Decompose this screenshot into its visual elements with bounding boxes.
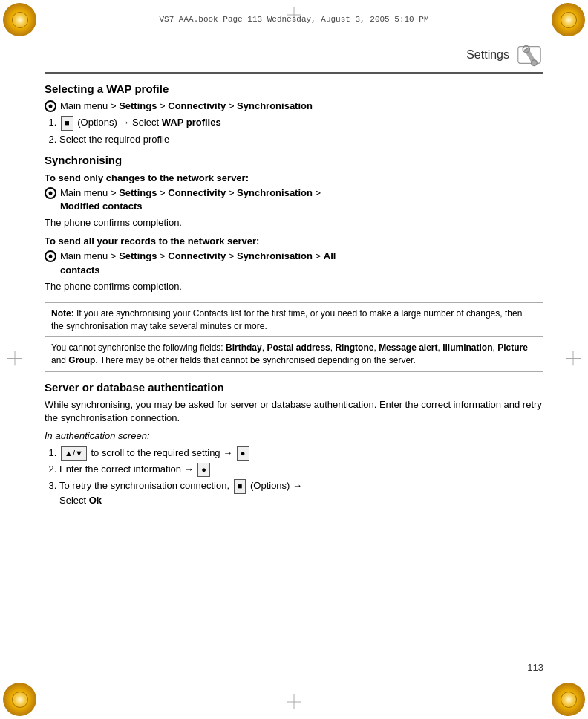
synchronising-title: Synchronising: [45, 154, 543, 166]
in-auth-screen-label: In authentication screen:: [45, 429, 543, 443]
menu-circle-icon: [45, 100, 56, 112]
send-changes-title: To send only changes to the network serv…: [45, 172, 543, 183]
left-crosshair: [7, 351, 22, 368]
wap-menu-path: Main menu > Settings > Connectivity > Sy…: [45, 100, 543, 113]
note-row-2: You cannot synchronise the following fie…: [45, 337, 543, 371]
page-number: 113: [527, 662, 543, 673]
server-auth-intro: While synchronising, you may be asked fo…: [45, 398, 543, 425]
send-changes-menu-text: Main menu > Settings > Connectivity > Sy…: [60, 186, 321, 213]
send-changes-body: The phone confirms completion.: [45, 216, 543, 230]
menu-circle-icon-2: [45, 187, 56, 199]
options-button-icon: ■: [61, 116, 74, 130]
note-label: Note:: [51, 308, 76, 319]
auth-step-1: ▲/▼ to scroll to the required setting → …: [59, 446, 543, 461]
send-all-menu-text: Main menu > Settings > Connectivity > Sy…: [60, 250, 336, 276]
send-all-body: The phone confirms completion.: [45, 280, 543, 293]
wrench-icon: [515, 41, 543, 69]
note-box: Note: If you are synchronising your Cont…: [45, 302, 543, 372]
center-button-icon-2: ●: [197, 463, 210, 477]
top-bar: VS7_AAA.book Page 113 Wednesday, August …: [0, 0, 588, 41]
corner-decoration-br: [547, 678, 588, 719]
updown-button-icon: ▲/▼: [61, 446, 87, 461]
note-row-1: Note: If you are synchronising your Cont…: [45, 303, 543, 338]
right-crosshair: [566, 351, 581, 368]
send-all-title: To send all your records to the network …: [45, 235, 543, 247]
server-auth-steps: ▲/▼ to scroll to the required setting → …: [45, 446, 543, 507]
wap-menu-text: Main menu > Settings > Connectivity > Sy…: [60, 100, 313, 113]
page-title: Settings: [466, 48, 509, 62]
note-text-2: You cannot synchronise the following fie…: [51, 342, 528, 365]
wap-step-2: Select the required profile: [59, 133, 543, 146]
bottom-crosshair: [287, 694, 301, 712]
note-text-1: If you are synchronising your Contacts l…: [51, 308, 522, 331]
auth-step-2: Enter the correct information → ●: [59, 463, 543, 477]
server-auth-title: Server or database authentication: [45, 381, 543, 394]
page-header: Settings: [45, 41, 543, 74]
file-path: VS7_AAA.book Page 113 Wednesday, August …: [159, 15, 428, 24]
wap-profile-title: Selecting a WAP profile: [45, 82, 543, 95]
menu-circle-icon-3: [45, 250, 56, 262]
auth-step-3: To retry the synchronisation connection,…: [59, 479, 543, 507]
corner-decoration-bl: [0, 678, 41, 719]
main-content: Settings Selecting a WAP profile Main me…: [45, 41, 543, 678]
options-button-icon-2: ■: [234, 479, 246, 493]
center-button-icon-1: ●: [237, 446, 249, 461]
wap-step-1: ■ (Options) → Select WAP profiles: [59, 116, 543, 130]
send-all-menu-path: Main menu > Settings > Connectivity > Sy…: [45, 250, 543, 276]
send-changes-menu-path: Main menu > Settings > Connectivity > Sy…: [45, 186, 543, 213]
wap-steps-list: ■ (Options) → Select WAP profiles Select…: [45, 116, 543, 146]
